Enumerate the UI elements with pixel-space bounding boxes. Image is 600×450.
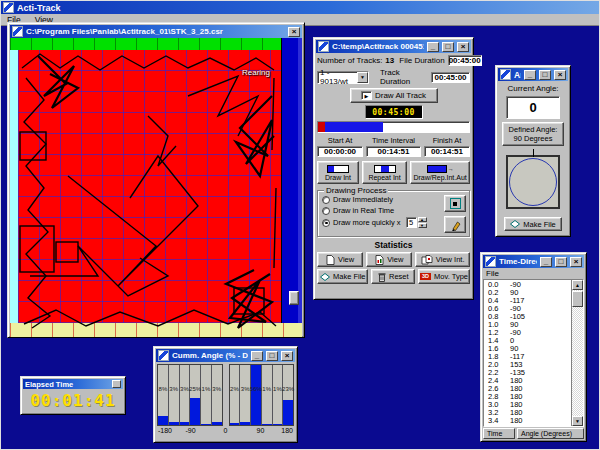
scroll-down-icon[interactable]: ▼: [572, 416, 583, 426]
histogram-bin: 25%: [190, 365, 201, 425]
time-direction-statusbar: Time Angle (Degrees): [483, 428, 584, 439]
interval-bar-icon: [327, 165, 349, 173]
file-duration-field[interactable]: 00:45:00: [448, 55, 482, 66]
view-int-button[interactable]: View Int.: [415, 252, 470, 267]
track-titlebar[interactable]: C:\Program Files\Panlab\Actitrack_01\STK…: [10, 25, 302, 38]
list-item[interactable]: 0.6-90: [488, 305, 571, 313]
mov-type-button[interactable]: 3D Mov. Type: [418, 269, 470, 284]
minimize-icon[interactable]: _: [540, 257, 552, 267]
list-item[interactable]: 1.690: [488, 345, 571, 353]
radio-icon[interactable]: [322, 196, 330, 204]
list-item[interactable]: 0.290: [488, 289, 571, 297]
scrollbar-track[interactable]: [572, 290, 583, 416]
list-item[interactable]: 2.2-135: [488, 369, 571, 377]
repeat-int-button[interactable]: Repeat Int: [362, 161, 407, 184]
track-duration-field[interactable]: 00:45:00: [431, 72, 470, 83]
list-item[interactable]: 0.8-105: [488, 313, 571, 321]
angle-titlebar[interactable]: Angle _ □ ×: [498, 68, 568, 81]
zone-top: [10, 38, 282, 50]
list-item[interactable]: 1.40: [488, 337, 571, 345]
list-item[interactable]: 3.0180: [488, 401, 571, 409]
window-icon: [485, 256, 496, 267]
stop-drawing-button[interactable]: [444, 195, 466, 212]
list-item[interactable]: 2.0153: [488, 361, 571, 369]
app-icon: [3, 2, 14, 13]
quick-multiplier-spinner[interactable]: 5 ▲ ▼: [406, 217, 427, 228]
draw-all-track-button[interactable]: ▶ Draw All Track: [350, 88, 438, 103]
close-icon[interactable]: ×: [457, 42, 469, 52]
time-direction-list[interactable]: 0.0-900.2900.4-1170.6-900.8-1051.0901.2-…: [484, 280, 571, 426]
draw-int-button[interactable]: Draw Int: [317, 161, 359, 184]
menu-file[interactable]: File: [486, 269, 499, 278]
time-interval-field[interactable]: 00:14:51: [366, 146, 421, 157]
drawing-process-title: Drawing Process: [324, 186, 388, 195]
list-item[interactable]: 2.8180: [488, 393, 571, 401]
control-titlebar[interactable]: C:\temp\Actitrack 000451 _ □ ×: [316, 40, 471, 53]
spin-up-icon[interactable]: ▲: [418, 217, 427, 222]
list-item[interactable]: 3.2180: [488, 409, 571, 417]
stop-icon: [450, 198, 461, 209]
finish-at-field[interactable]: 00:14:51: [424, 146, 470, 157]
histogram-bin: 56%: [251, 365, 262, 425]
start-at-field[interactable]: 00:00:00: [317, 146, 363, 157]
close-icon[interactable]: ×: [281, 351, 293, 361]
draw-rep-int-aut-button[interactable]: → Draw/Rep.Int.Aut: [410, 161, 470, 184]
pen-button[interactable]: [444, 216, 466, 233]
list-item[interactable]: 1.2-90: [488, 329, 571, 337]
maximize-icon[interactable]: □: [266, 351, 278, 361]
finish-at-label: Finish At: [424, 136, 470, 145]
track-progress-bar: [317, 121, 470, 133]
list-item[interactable]: 2.4180: [488, 377, 571, 385]
main-titlebar[interactable]: Acti-Track: [1, 1, 599, 14]
list-item[interactable]: 1.8-117: [488, 353, 571, 361]
list-item[interactable]: 3.4180: [488, 417, 571, 425]
minimize-icon[interactable]: _: [251, 351, 263, 361]
spin-down-icon[interactable]: ▼: [418, 223, 427, 228]
time-interval-label: Time Interval: [366, 136, 421, 145]
radio-option[interactable]: Draw in Real Time: [322, 206, 440, 215]
angle-window: Angle _ □ × Current Angle: 0 Defined Ang…: [495, 65, 571, 237]
defined-angle-box[interactable]: Defined Angle: 90 Degrees: [502, 122, 564, 146]
elapsed-titlebar[interactable]: Elapsed Time: [23, 379, 123, 389]
maximize-icon[interactable]: □: [555, 257, 567, 267]
make-file-button[interactable]: Make File: [317, 269, 368, 284]
list-item[interactable]: 3.6180: [488, 425, 571, 426]
view-zones-button[interactable]: View: [366, 252, 412, 267]
maximize-icon[interactable]: □: [539, 70, 551, 80]
start-at-label: Start At: [317, 136, 363, 145]
list-item[interactable]: 1.090: [488, 321, 571, 329]
minimize-icon[interactable]: _: [524, 70, 536, 80]
scrollbar-thumb[interactable]: [572, 291, 583, 307]
radio-icon[interactable]: [322, 219, 330, 227]
radio-option[interactable]: Draw Immediately: [322, 195, 440, 204]
time-direction-titlebar[interactable]: Time-Direction _ □ ×: [483, 255, 584, 268]
histogram-titlebar[interactable]: Cumm. Angle (% - Degrees) _ □ ×: [156, 349, 295, 362]
caption-button[interactable]: [112, 380, 121, 388]
window-icon: [12, 26, 23, 37]
list-item[interactable]: 2.6180: [488, 385, 571, 393]
radio-icon[interactable]: [322, 207, 330, 215]
control-window: C:\temp\Actitrack 000451 _ □ × Number of…: [313, 37, 474, 300]
close-icon[interactable]: ×: [554, 70, 566, 80]
scroll-up-icon[interactable]: ▲: [572, 280, 583, 290]
close-icon[interactable]: ×: [570, 257, 582, 267]
list-item[interactable]: 0.4-117: [488, 297, 571, 305]
maximize-icon[interactable]: □: [442, 42, 454, 52]
make-file-button[interactable]: Make File: [504, 217, 562, 231]
chevron-down-icon[interactable]: ▼: [357, 72, 368, 83]
track-window: C:\Program Files\Panlab\Actitrack_01\STK…: [7, 22, 305, 338]
list-item[interactable]: 0.0-90: [488, 281, 571, 289]
arena-circle: [509, 158, 557, 206]
scroll-handle[interactable]: [289, 291, 299, 305]
window-icon: [500, 69, 511, 80]
scrollbar[interactable]: ▲ ▼: [571, 280, 583, 426]
minimize-icon[interactable]: _: [427, 42, 439, 52]
close-icon[interactable]: ×: [288, 27, 300, 37]
zone-right: [281, 38, 302, 323]
view-distance-button[interactable]: View: [317, 252, 363, 267]
reset-button[interactable]: Reset: [371, 269, 415, 284]
multiplier-value[interactable]: 5: [406, 217, 417, 228]
radio-option[interactable]: Draw more quickly x 5 ▲ ▼: [322, 217, 440, 228]
diamond-icon: [320, 273, 330, 281]
track-selector-dropdown[interactable]: 1 - 9013/wt ▼: [317, 71, 369, 84]
